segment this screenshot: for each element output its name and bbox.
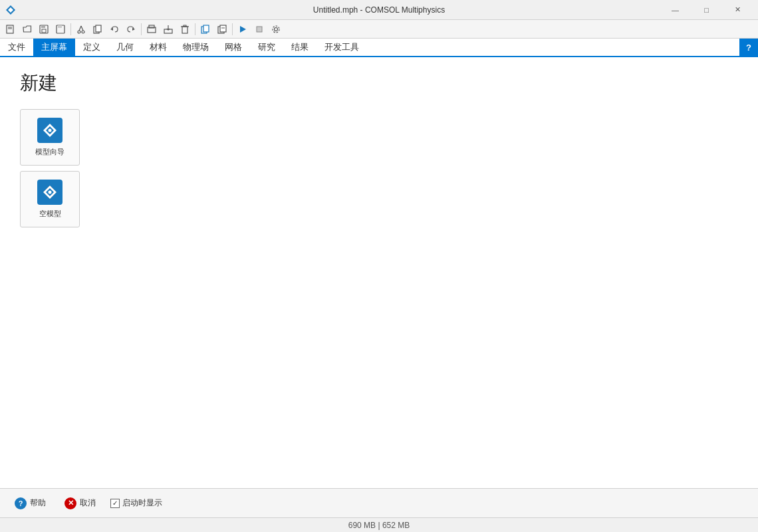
svg-rect-15 <box>96 25 101 32</box>
tb-export-button[interactable] <box>160 22 176 37</box>
model-wizard-icon <box>37 118 63 143</box>
toolbar <box>0 20 758 39</box>
tb-sep3 <box>195 23 195 35</box>
svg-line-12 <box>79 26 81 31</box>
maximize-button[interactable]: □ <box>692 3 721 17</box>
svg-rect-29 <box>220 25 226 32</box>
app-icon <box>5 5 16 15</box>
help-icon: ? <box>15 497 27 509</box>
empty-model-icon <box>37 180 63 205</box>
new-items-container: 模型向导 空模型 <box>20 109 738 227</box>
menu-home[interactable]: 主屏幕 <box>33 39 75 56</box>
tb-sep4 <box>232 23 233 35</box>
menu-define[interactable]: 定义 <box>75 39 108 56</box>
svg-point-10 <box>78 31 80 33</box>
menu-developer[interactable]: 开发工具 <box>316 39 367 56</box>
cancel-icon: ✕ <box>64 497 76 509</box>
tb-save-button[interactable] <box>36 22 52 37</box>
tb-cut-button[interactable] <box>73 22 89 37</box>
tb-open-button[interactable] <box>19 22 35 37</box>
tb-copy-button[interactable] <box>90 22 106 37</box>
close-button[interactable]: ✕ <box>723 3 753 17</box>
page-title: 新建 <box>20 70 738 96</box>
svg-rect-25 <box>184 25 186 27</box>
menu-results[interactable]: 结果 <box>283 39 316 56</box>
tb-delete-button[interactable] <box>177 22 193 37</box>
checkbox-check-mark: ✓ <box>112 499 118 507</box>
menu-study[interactable]: 研究 <box>250 39 283 56</box>
tb-redo-button[interactable] <box>123 22 139 37</box>
window-title: Untitled.mph - COMSOL Multiphysics <box>313 5 445 15</box>
menu-physics[interactable]: 物理场 <box>175 39 217 56</box>
empty-model-card[interactable]: 空模型 <box>20 171 80 227</box>
tb-undo-button[interactable] <box>106 22 122 37</box>
svg-rect-19 <box>149 25 154 28</box>
menu-mesh[interactable]: 网格 <box>217 39 250 56</box>
empty-model-label: 空模型 <box>39 209 61 219</box>
svg-rect-6 <box>41 25 45 28</box>
tb-new-button[interactable] <box>3 22 19 37</box>
title-bar: Untitled.mph - COMSOL Multiphysics — □ ✕ <box>0 0 758 20</box>
memory-status: 690 MB | 652 MB <box>348 521 410 530</box>
menu-help-button[interactable]: ? <box>739 39 758 56</box>
menu-materials[interactable]: 材料 <box>142 39 175 56</box>
tb-build-button[interactable] <box>144 22 160 37</box>
tb-run-button[interactable] <box>235 22 251 37</box>
svg-rect-2 <box>7 25 13 33</box>
menu-file[interactable]: 文件 <box>0 39 33 56</box>
tb-stop-button[interactable] <box>251 22 267 37</box>
model-wizard-label: 模型向导 <box>35 147 64 157</box>
tb-copy2-button[interactable] <box>197 22 213 37</box>
help-button[interactable]: ? 帮助 <box>11 495 50 512</box>
svg-point-11 <box>82 31 84 33</box>
menu-geometry[interactable]: 几何 <box>108 39 142 56</box>
svg-line-13 <box>81 26 83 31</box>
checkbox-indicator: ✓ <box>110 499 120 508</box>
svg-point-40 <box>49 191 52 194</box>
tb-settings-button[interactable] <box>268 22 284 37</box>
tb-paste2-button[interactable] <box>214 22 230 37</box>
svg-rect-7 <box>42 29 46 33</box>
help-label: 帮助 <box>30 497 46 509</box>
model-wizard-card[interactable]: 模型向导 <box>20 109 80 166</box>
svg-marker-31 <box>240 26 246 33</box>
title-bar-controls: — □ ✕ <box>660 3 753 17</box>
svg-point-34 <box>273 26 279 33</box>
svg-rect-32 <box>257 27 262 32</box>
show-on-startup-label: 启动时显示 <box>122 497 162 509</box>
svg-point-37 <box>49 129 52 132</box>
main-content: 新建 模型向导 空模型 <box>0 57 758 488</box>
show-on-startup-checkbox[interactable]: ✓ 启动时显示 <box>110 497 162 509</box>
status-bar: 690 MB | 652 MB <box>0 517 758 532</box>
bottom-bar: ? 帮助 ✕ 取消 ✓ 启动时显示 <box>0 488 758 517</box>
cancel-button[interactable]: ✕ 取消 <box>61 495 100 512</box>
title-bar-left <box>5 5 16 15</box>
svg-point-33 <box>275 27 278 31</box>
cancel-label: 取消 <box>80 497 96 509</box>
tb-sep2 <box>141 23 142 35</box>
minimize-button[interactable]: — <box>660 3 690 17</box>
tb-saveas-button[interactable] <box>53 22 68 37</box>
svg-rect-23 <box>182 27 188 33</box>
tb-sep1 <box>70 23 71 35</box>
svg-rect-27 <box>203 25 209 32</box>
menu-bar: 文件 主屏幕 定义 几何 材料 物理场 网格 研究 结果 开发工具 ? <box>0 39 758 57</box>
svg-rect-9 <box>58 25 62 28</box>
